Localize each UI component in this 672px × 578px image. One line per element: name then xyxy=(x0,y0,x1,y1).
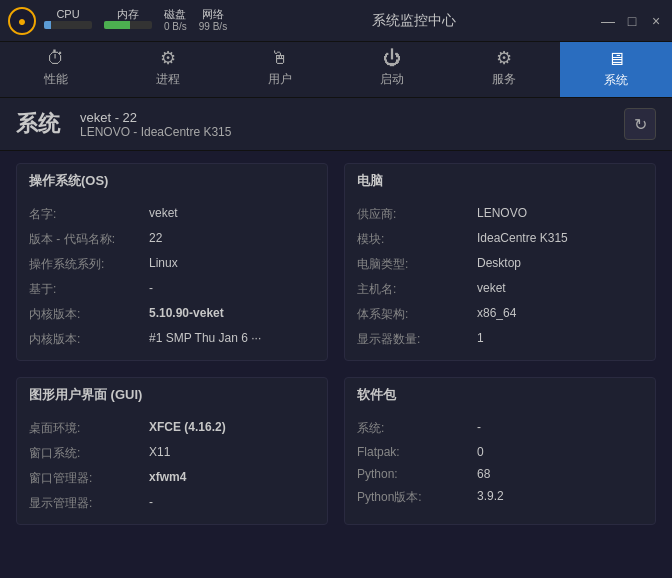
titlebar: ● CPU 内存 磁盘 0 B/s 网络 99 B/s 系统监控中心 — □ × xyxy=(0,0,672,42)
computer-section-title: 电脑 xyxy=(357,172,643,194)
nav-bar: ⏱ 性能 ⚙ 进程 🖱 用户 ⏻ 启动 ⚙ 服务 🖥 系统 xyxy=(0,42,672,98)
network-label: 网络 xyxy=(202,8,224,21)
disk-label: 磁盘 xyxy=(164,8,186,21)
python-version-key: Python版本: xyxy=(357,489,477,506)
list-item: Python版本: 3.9.2 xyxy=(357,485,643,510)
hostname-key: 主机名: xyxy=(357,281,477,298)
list-item: 显示器数量: 1 xyxy=(357,327,643,352)
main-content: 操作系统(OS) 名字: veket 版本 - 代码名称: 22 操作系统系列:… xyxy=(0,151,672,575)
memory-stat: 内存 xyxy=(104,8,152,33)
page-title: 系统 xyxy=(16,109,60,139)
os-kernel2-val: #1 SMP Thu Jan 6 ··· xyxy=(149,331,261,348)
tab-startup-label: 启动 xyxy=(380,71,404,88)
user-icon: 🖱 xyxy=(271,49,289,67)
cpu-bar xyxy=(44,21,51,29)
window-system-key: 窗口系统: xyxy=(29,445,149,462)
list-item: Python: 68 xyxy=(357,463,643,485)
tab-user[interactable]: 🖱 用户 xyxy=(224,42,336,97)
list-item: 窗口系统: X11 xyxy=(29,441,315,466)
process-icon: ⚙ xyxy=(160,49,176,67)
page-header-info: veket - 22 LENOVO - IdeaCentre K315 xyxy=(80,110,231,139)
desktop-val: XFCE (4.16.2) xyxy=(149,420,226,437)
flatpak-key: Flatpak: xyxy=(357,445,477,459)
list-item: 操作系统系列: Linux xyxy=(29,252,315,277)
arch-val: x86_64 xyxy=(477,306,516,323)
list-item: 基于: - xyxy=(29,277,315,302)
list-item: 主机名: veket xyxy=(357,277,643,302)
tab-services[interactable]: ⚙ 服务 xyxy=(448,42,560,97)
os-section-title: 操作系统(OS) xyxy=(29,172,315,194)
svg-text:●: ● xyxy=(18,13,26,29)
wm-val: xfwm4 xyxy=(149,470,186,487)
type-key: 电脑类型: xyxy=(357,256,477,273)
list-item: 显示管理器: - xyxy=(29,491,315,516)
tab-process[interactable]: ⚙ 进程 xyxy=(112,42,224,97)
services-icon: ⚙ xyxy=(496,49,512,67)
header-stats: CPU 内存 磁盘 0 B/s 网络 99 B/s xyxy=(44,8,227,33)
disk-stat: 磁盘 0 B/s xyxy=(164,8,187,33)
list-item: Flatpak: 0 xyxy=(357,441,643,463)
disk-value: 0 B/s xyxy=(164,21,187,33)
cpu-bar-container xyxy=(44,21,92,29)
os-kernel2-key: 内核版本: xyxy=(29,331,149,348)
displays-key: 显示器数量: xyxy=(357,331,477,348)
list-item: 桌面环境: XFCE (4.16.2) xyxy=(29,416,315,441)
desktop-key: 桌面环境: xyxy=(29,420,149,437)
packages-section-title: 软件包 xyxy=(357,386,643,408)
list-item: 内核版本: #1 SMP Thu Jan 6 ··· xyxy=(29,327,315,352)
os-kernel1-val: 5.10.90-veket xyxy=(149,306,224,323)
tab-startup[interactable]: ⏻ 启动 xyxy=(336,42,448,97)
arch-key: 体系架构: xyxy=(357,306,477,323)
memory-bar-container xyxy=(104,21,152,29)
tab-performance-label: 性能 xyxy=(44,71,68,88)
gui-section-title: 图形用户界面 (GUI) xyxy=(29,386,315,408)
tab-system[interactable]: 🖥 系统 xyxy=(560,42,672,97)
os-section: 操作系统(OS) 名字: veket 版本 - 代码名称: 22 操作系统系列:… xyxy=(16,163,328,361)
dm-val: - xyxy=(149,495,153,512)
tab-user-label: 用户 xyxy=(268,71,292,88)
restore-button[interactable]: □ xyxy=(624,13,640,29)
os-version-key: 版本 - 代码名称: xyxy=(29,231,149,248)
tab-performance[interactable]: ⏱ 性能 xyxy=(0,42,112,97)
python-key: Python: xyxy=(357,467,477,481)
module-val: IdeaCentre K315 xyxy=(477,231,568,248)
memory-bar xyxy=(104,21,130,29)
list-item: 系统: - xyxy=(357,416,643,441)
list-item: 窗口管理器: xfwm4 xyxy=(29,466,315,491)
tab-process-label: 进程 xyxy=(156,71,180,88)
os-based-val: - xyxy=(149,281,153,298)
window-title: 系统监控中心 xyxy=(227,12,600,30)
os-name-key: 名字: xyxy=(29,206,149,223)
displays-val: 1 xyxy=(477,331,484,348)
app-logo: ● xyxy=(8,7,36,35)
list-item: 名字: veket xyxy=(29,202,315,227)
sys-pkg-key: 系统: xyxy=(357,420,477,437)
type-val: Desktop xyxy=(477,256,521,273)
gui-section: 图形用户界面 (GUI) 桌面环境: XFCE (4.16.2) 窗口系统: X… xyxy=(16,377,328,525)
wm-key: 窗口管理器: xyxy=(29,470,149,487)
list-item: 模块: IdeaCentre K315 xyxy=(357,227,643,252)
model-label: LENOVO - IdeaCentre K315 xyxy=(80,125,231,139)
startup-icon: ⏻ xyxy=(383,49,401,67)
python-version-val: 3.9.2 xyxy=(477,489,504,506)
dm-key: 显示管理器: xyxy=(29,495,149,512)
network-value: 99 B/s xyxy=(199,21,227,33)
list-item: 电脑类型: Desktop xyxy=(357,252,643,277)
list-item: 版本 - 代码名称: 22 xyxy=(29,227,315,252)
minimize-button[interactable]: — xyxy=(600,13,616,29)
computer-section: 电脑 供应商: LENOVO 模块: IdeaCentre K315 电脑类型:… xyxy=(344,163,656,361)
window-controls: — □ × xyxy=(600,13,664,29)
close-button[interactable]: × xyxy=(648,13,664,29)
page-header: 系统 veket - 22 LENOVO - IdeaCentre K315 ↻ xyxy=(0,98,672,151)
os-kernel1-key: 内核版本: xyxy=(29,306,149,323)
os-family-val: Linux xyxy=(149,256,178,273)
list-item: 供应商: LENOVO xyxy=(357,202,643,227)
info-grid: 操作系统(OS) 名字: veket 版本 - 代码名称: 22 操作系统系列:… xyxy=(16,163,656,525)
os-name-val: veket xyxy=(149,206,178,223)
system-icon: 🖥 xyxy=(607,50,625,68)
os-family-key: 操作系统系列: xyxy=(29,256,149,273)
refresh-button[interactable]: ↻ xyxy=(624,108,656,140)
os-version-val: 22 xyxy=(149,231,162,248)
module-key: 模块: xyxy=(357,231,477,248)
cpu-stat: CPU xyxy=(44,8,92,33)
